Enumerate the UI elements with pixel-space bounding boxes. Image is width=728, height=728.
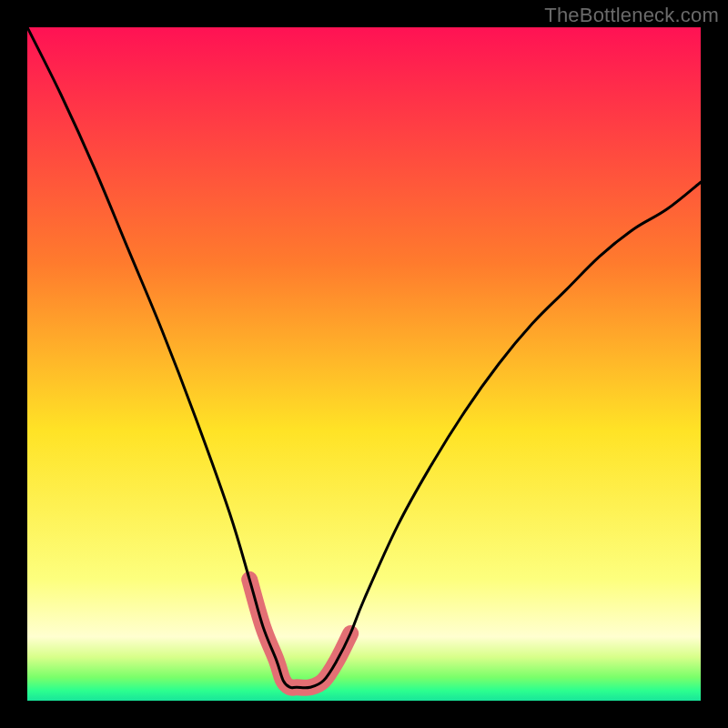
plot-area xyxy=(27,27,701,701)
bottleneck-chart xyxy=(27,27,701,701)
chart-frame: TheBottleneck.com xyxy=(0,0,728,728)
watermark-text: TheBottleneck.com xyxy=(544,4,719,27)
